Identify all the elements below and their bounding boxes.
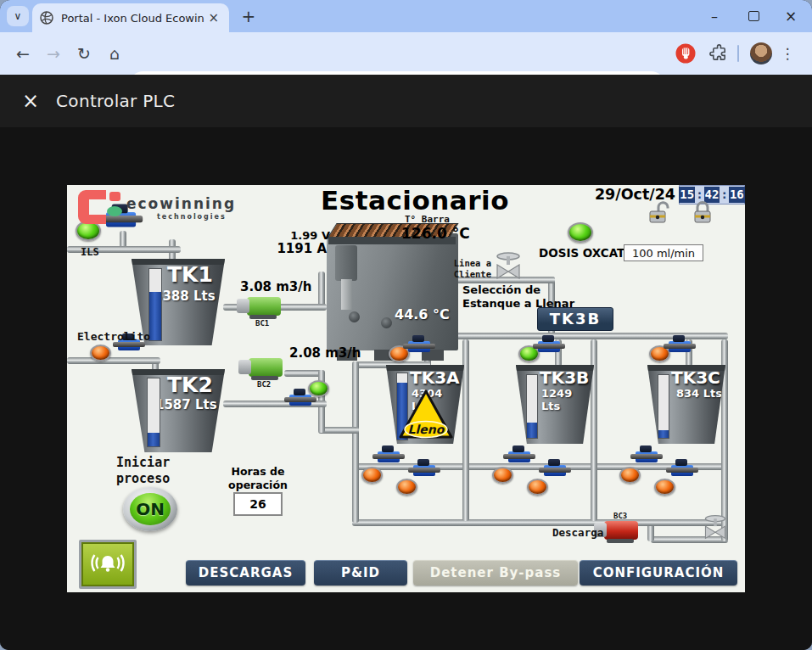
pipe-segment xyxy=(284,370,322,377)
tk3b-volume: 1249 Lts xyxy=(541,387,594,412)
t-barra-value: 126.0 °C xyxy=(401,225,470,242)
linea-cliente-label: Linea a Cliente xyxy=(439,258,491,280)
pump-bc1[interactable] xyxy=(247,297,281,316)
seleccion-label: Selección de Estanque a Llenar xyxy=(462,283,574,310)
logo-sub: technologies xyxy=(157,213,227,221)
tk3c-volume: 834 Lts xyxy=(676,387,722,400)
electrolito-label: Electrolito xyxy=(77,330,150,343)
alarm-bell-icon xyxy=(89,551,126,578)
flow1-value: 3.08 m3/h xyxy=(240,279,311,294)
horas-operacion-label: Horas de operación xyxy=(221,465,294,491)
tk3c-level-gauge xyxy=(658,374,669,439)
profile-avatar[interactable] xyxy=(750,42,772,64)
tk3a-fill-valve[interactable] xyxy=(408,341,430,352)
manifold-indicator-light xyxy=(654,479,675,496)
vnc-page-title: Controlar PLC xyxy=(56,91,175,111)
browser-window: ∨ Portal - Ixon Cloud Ecowinning × + – ×… xyxy=(0,0,812,650)
hours-value-box: 26 xyxy=(233,492,283,516)
extensions-puzzle-icon[interactable] xyxy=(709,43,729,63)
alarm-button[interactable] xyxy=(79,540,137,589)
forward-icon[interactable]: → xyxy=(42,43,64,64)
vnc-viewport: ecowinning technologies Estacionario 29/… xyxy=(0,127,812,650)
manifold-valve[interactable] xyxy=(378,451,400,462)
tk2-level-gauge xyxy=(147,378,160,447)
tk1-level-gauge xyxy=(148,268,162,341)
reactor-temp-value: 44.6 °C xyxy=(395,306,450,322)
reactor-bolt xyxy=(349,311,360,322)
current-value: 1191 A xyxy=(246,241,327,256)
pipe-segment xyxy=(120,231,126,248)
on-button-face: ON xyxy=(130,493,171,525)
manifold-valve[interactable] xyxy=(508,451,530,462)
manifold-indicator-light xyxy=(527,479,548,496)
tank-tk3b: TK3B 1249 Lts xyxy=(516,365,594,444)
tk3a-full-warning: Lleno xyxy=(398,389,454,441)
pipe-segment xyxy=(318,404,325,433)
manifold-valve[interactable] xyxy=(671,465,693,476)
tk1-name: TK1 xyxy=(167,262,213,287)
locked-padlock-icon[interactable] xyxy=(692,200,714,224)
reactor-stem xyxy=(341,279,352,310)
tank-selection-button[interactable]: TK3B xyxy=(537,307,613,331)
tk2-name: TK2 xyxy=(167,373,213,397)
tk3b-name: TK3B xyxy=(540,367,589,388)
manifold-valve[interactable] xyxy=(636,451,658,462)
pump-bc2[interactable] xyxy=(249,358,283,377)
manual-valve-icon[interactable] xyxy=(702,513,729,541)
tk3b-level-gauge xyxy=(526,374,538,439)
tk3a-name: TK3A xyxy=(410,367,460,388)
tk3c-fill-valve[interactable] xyxy=(669,341,691,352)
menu-dots-icon[interactable]: ⋮ xyxy=(776,43,798,64)
tk3b-fill-valve[interactable] xyxy=(538,341,560,352)
detener-bypass-button[interactable]: Detener By-pass xyxy=(413,560,578,586)
pid-button[interactable]: P&ID xyxy=(314,560,407,586)
close-vnc-icon[interactable]: × xyxy=(22,89,39,113)
unlocked-padlock-icon[interactable] xyxy=(647,200,673,224)
ecowinning-logo-mark xyxy=(76,188,123,227)
tank-tk2: TK2 1587 Lts xyxy=(132,369,225,452)
new-tab-button[interactable]: + xyxy=(238,5,260,27)
iniciar-proceso-label: Iniciar proceso xyxy=(116,455,170,487)
pump-bc2-label: BC2 xyxy=(257,380,271,389)
pump-bc1-label: BC1 xyxy=(255,319,269,328)
window-minimize-button[interactable]: – xyxy=(697,0,731,32)
manifold-valve[interactable] xyxy=(544,465,566,476)
window-close-button[interactable]: × xyxy=(774,0,808,32)
adblock-hand-icon[interactable] xyxy=(675,42,697,64)
tank-tk3c: TK3C 834 Lts xyxy=(647,365,725,444)
tk2-line-indicator-light xyxy=(308,380,329,397)
tab-close-icon[interactable]: × xyxy=(204,10,222,25)
tab-title: Portal - Ixon Cloud Ecowinning xyxy=(61,12,204,25)
pipe-segment xyxy=(466,463,597,470)
hmi-screen: ecowinning technologies Estacionario 29/… xyxy=(67,185,745,592)
pump-bc3[interactable] xyxy=(604,521,638,540)
browser-toolbar: ← → ↻ ⌂ ☆ xyxy=(0,32,812,75)
manifold-indicator-light xyxy=(361,467,383,484)
vnc-header: × Controlar PLC xyxy=(0,75,812,127)
descarga-label: Descarga xyxy=(552,526,603,539)
window-maximize-button[interactable] xyxy=(736,0,770,32)
reactor-bolt xyxy=(381,317,392,328)
manual-valve-icon[interactable] xyxy=(493,249,524,282)
tk3c-name: TK3C xyxy=(671,367,720,388)
home-icon[interactable]: ⌂ xyxy=(104,43,126,64)
voltage-value: 1.99 V xyxy=(249,229,330,242)
configuracion-button[interactable]: CONFIGURACIÓN xyxy=(580,560,737,586)
clock-colon: : xyxy=(720,187,728,203)
pipe-segment xyxy=(352,519,728,526)
dosis-input[interactable] xyxy=(624,244,703,261)
tab-search-button[interactable]: ∨ xyxy=(7,6,29,26)
manifold-indicator-light xyxy=(492,467,513,484)
pump-bc3-label: BC3 xyxy=(613,512,627,520)
on-button[interactable]: ON xyxy=(123,487,177,531)
tk2-volume: 1587 Lts xyxy=(155,397,217,412)
pipe-segment xyxy=(67,357,160,364)
tk2-line-valve[interactable] xyxy=(289,395,311,406)
browser-tab[interactable]: Portal - Ixon Cloud Ecowinning × xyxy=(32,3,229,32)
hmi-title: Estacionario xyxy=(279,185,551,216)
back-icon[interactable]: ← xyxy=(12,43,34,64)
reload-icon[interactable]: ↻ xyxy=(73,43,95,64)
pipe-segment xyxy=(352,361,359,523)
descargas-button[interactable]: DESCARGAS xyxy=(186,560,305,586)
manifold-valve[interactable] xyxy=(413,465,435,476)
